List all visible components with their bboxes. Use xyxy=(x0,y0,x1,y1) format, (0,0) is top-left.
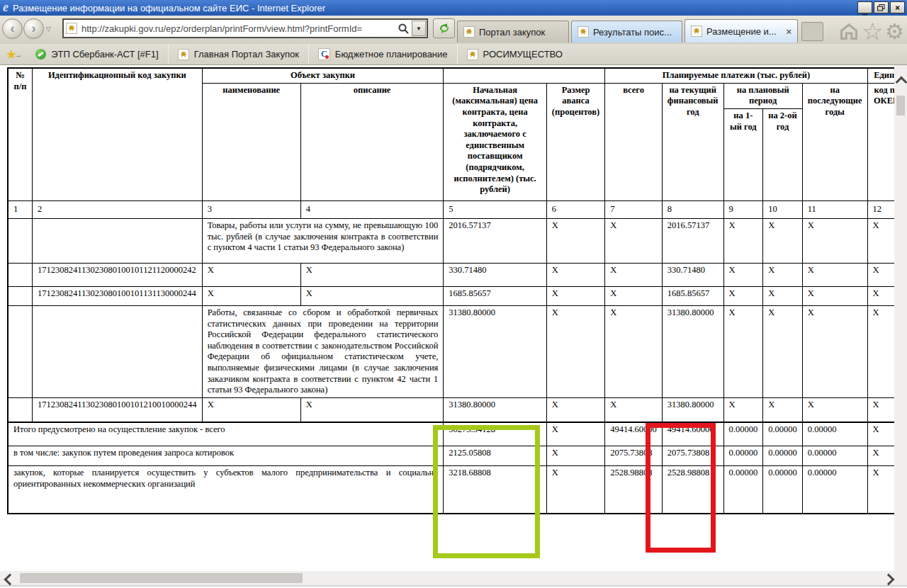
table-row: 171230824113023080100101121120000242 X X… xyxy=(8,263,906,286)
cell-num xyxy=(8,218,33,263)
back-icon: ‹ xyxy=(11,21,15,36)
col-number: 8 xyxy=(662,200,723,218)
tab-search-results[interactable]: Результаты поис... xyxy=(571,21,682,43)
header-desc: описание xyxy=(300,83,444,200)
back-button[interactable]: ‹ xyxy=(2,18,23,39)
cell-total-label: Итого предусмотрено на осуществление зак… xyxy=(8,422,444,446)
cell-total-label: в том числе: закупок путем проведения за… xyxy=(8,446,444,465)
cell-price: 31380.80000 xyxy=(444,305,547,397)
cell-advance: X xyxy=(546,465,604,514)
address-bar[interactable]: http://zakupki.gov.ru/epz/orderplan/prin… xyxy=(62,18,428,38)
search-icon[interactable] xyxy=(398,23,410,35)
tab-close-icon[interactable]: × xyxy=(786,26,791,37)
scroll-right-icon[interactable] xyxy=(883,574,895,586)
col-number: 2 xyxy=(33,200,203,218)
address-dropdown-button[interactable]: ▼ xyxy=(412,21,426,36)
cell-advance: X xyxy=(546,263,604,286)
forward-icon: › xyxy=(32,21,36,36)
cell-y2: X xyxy=(763,263,803,286)
cell-y2: X xyxy=(763,397,803,422)
settings-gear-icon[interactable]: ⚙ xyxy=(885,19,904,44)
cell-total: X xyxy=(605,263,663,286)
cell-y1: X xyxy=(723,263,763,286)
cell-later: X xyxy=(802,218,867,263)
tab-favicon-eagle-icon xyxy=(578,26,589,38)
close-button[interactable]: × xyxy=(890,1,905,13)
cell-current: 1685.85657 xyxy=(662,286,723,305)
cell-y1: X xyxy=(723,305,763,397)
green-arrow-icon: → xyxy=(14,50,22,59)
cell-num xyxy=(8,397,33,422)
favorites-star-icon[interactable]: ☆ xyxy=(862,17,883,45)
restore-icon xyxy=(877,4,885,11)
vertical-scrollbar[interactable] xyxy=(894,65,907,571)
cell-y2: 0.00000 xyxy=(763,465,803,514)
cell-current: 2016.57137 xyxy=(662,218,723,263)
table-row: 171230824113023080100101210010000244 X X… xyxy=(8,397,906,422)
cell-num xyxy=(8,286,33,305)
tab-portal-zakupok[interactable]: Портал закупок xyxy=(457,21,569,43)
site-favicon-eagle-icon xyxy=(66,23,77,34)
col-number: 6 xyxy=(546,200,604,218)
cell-y1: 0.00000 xyxy=(723,422,763,446)
cell-id xyxy=(33,305,203,397)
cell-desc: Товары, работы или услуги на сумму, не п… xyxy=(202,218,444,263)
add-favorite-button[interactable]: ★ → xyxy=(0,47,26,62)
cell-advance: X xyxy=(546,397,604,422)
page-content: № п/п Идентификационный код закупки Объе… xyxy=(0,65,907,571)
favorite-budget-planning[interactable]: C Бюджетное планирование xyxy=(309,44,458,64)
favorite-sberbank-ast[interactable]: ЭТП Сбербанк-АСТ [#F1] xyxy=(26,44,168,64)
minimize-button[interactable]: _ xyxy=(857,1,872,13)
cell-total: X xyxy=(605,397,663,422)
refresh-button[interactable] xyxy=(433,18,455,38)
cell-later: X xyxy=(802,305,867,397)
col-number: 3 xyxy=(202,200,300,218)
header-planned-period: на плановый период xyxy=(723,83,802,108)
cell-current: 330.71480 xyxy=(662,263,723,286)
cell-y1: X xyxy=(723,397,763,422)
col-number: 9 xyxy=(723,200,763,218)
cell-y1: X xyxy=(723,286,763,305)
restore-button[interactable] xyxy=(874,1,889,13)
scroll-up-icon[interactable] xyxy=(896,77,907,89)
col-number: 1 xyxy=(8,200,33,218)
cell-id: 171230824113023080100101210010000244 xyxy=(33,397,203,422)
cell-desc: X xyxy=(300,397,444,422)
cell-name: X xyxy=(202,397,300,422)
url-text[interactable]: http://zakupki.gov.ru/epz/orderplan/prin… xyxy=(81,23,398,34)
header-group-payments: Планируемые платежи (тыс. рублей) xyxy=(605,68,867,83)
scroll-left-icon[interactable] xyxy=(4,574,16,586)
minimize-icon: _ xyxy=(862,5,867,15)
table-header-row: № п/п Идентификационный код закупки Объе… xyxy=(8,68,906,83)
header-num: № п/п xyxy=(8,68,33,200)
favorite-label: Бюджетное планирование xyxy=(335,49,448,60)
new-tab-button[interactable] xyxy=(801,22,823,41)
home-icon[interactable] xyxy=(838,21,860,41)
header-group-object: Объект закупки xyxy=(202,68,444,83)
favorite-portal-zakupok[interactable]: Главная Портал Закупок xyxy=(169,44,309,64)
ie-window: { "window": { "title": "Размещение инфор… xyxy=(0,0,907,588)
eagle-icon xyxy=(178,49,189,60)
favorite-rosimushchestvo[interactable]: РОСИМУЩЕСТВО xyxy=(458,44,572,64)
table-row: 171230824113023080100101131130000244 X X… xyxy=(8,286,906,305)
cell-desc: Работы, связанные со сбором и обработкой… xyxy=(202,305,444,397)
cell-name: X xyxy=(202,286,300,305)
horizontal-scrollbar-thumb[interactable] xyxy=(20,573,303,583)
recent-pages-dropdown[interactable]: ▽ xyxy=(46,26,51,33)
tab-label: Результаты поис... xyxy=(593,27,672,38)
cell-name: X xyxy=(202,263,300,286)
window-title: Размещение информации на официальном сай… xyxy=(13,3,325,13)
cell-y2: X xyxy=(763,305,803,397)
forward-button[interactable]: › xyxy=(23,18,44,39)
header-advance: Размер аванса (процентов) xyxy=(546,83,604,200)
header-group-empty xyxy=(444,68,605,83)
header-price: Начальная (максимальная) цена контракта,… xyxy=(444,83,547,200)
vertical-scrollbar-thumb[interactable] xyxy=(896,96,905,115)
horizontal-scrollbar[interactable] xyxy=(0,571,907,587)
window-titlebar: e Размещение информации на официальном с… xyxy=(0,0,907,16)
cell-advance: X xyxy=(546,218,604,263)
cell-total: X xyxy=(605,305,663,397)
tab-placement-active[interactable]: Размещение и... × xyxy=(685,19,798,43)
col-number: 11 xyxy=(802,200,867,218)
eagle-icon xyxy=(467,49,478,60)
